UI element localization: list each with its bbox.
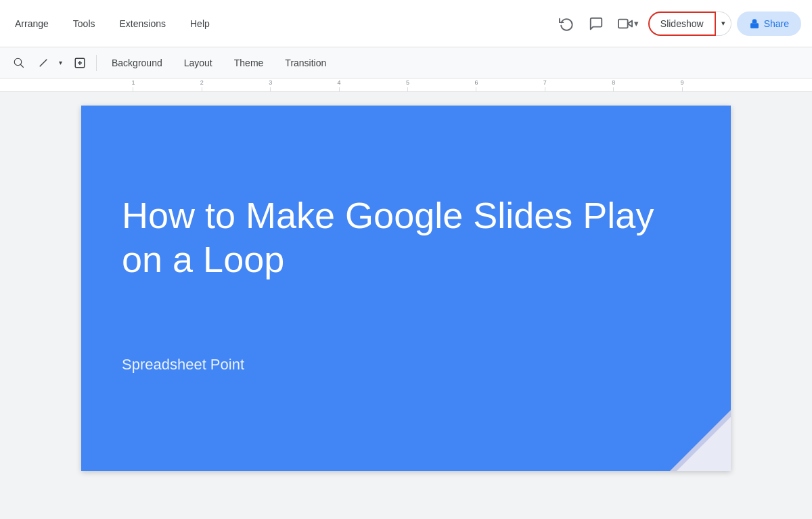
- ruler-tick: 1: [131, 80, 135, 91]
- select-icon: [13, 57, 25, 69]
- slide-subtitle: Spreadsheet Point: [122, 356, 244, 374]
- line-tool-group: ▾: [32, 52, 66, 74]
- toolbar: ▾ Background Layout Theme Transition: [0, 47, 812, 78]
- select-tool-button[interactable]: [8, 52, 30, 74]
- slideshow-chevron-icon: ▾: [721, 19, 725, 28]
- slide: How to Make Google Slides Play on a Loop…: [81, 106, 731, 471]
- transition-button[interactable]: Transition: [275, 52, 336, 74]
- menu-bar: Arrange Tools Extensions Help: [11, 16, 214, 32]
- history-button[interactable]: [554, 12, 579, 36]
- corner-fold-overlay: [677, 417, 731, 471]
- line-dropdown-icon: ▾: [59, 59, 62, 66]
- menu-help[interactable]: Help: [186, 16, 214, 32]
- svg-line-5: [40, 59, 47, 66]
- ruler-tick: 7: [543, 80, 547, 91]
- ruler: 123456789: [0, 78, 812, 92]
- comment-icon: [589, 16, 604, 31]
- top-bar-actions: ▾ Slideshow ▾ Share: [554, 12, 801, 36]
- theme-button[interactable]: Theme: [225, 52, 273, 74]
- insert-icon: [74, 57, 86, 69]
- ruler-tick: 2: [200, 80, 204, 91]
- ruler-tick: 8: [612, 80, 615, 91]
- line-tool-button[interactable]: [32, 52, 54, 74]
- ruler-tick: 4: [338, 80, 341, 91]
- ruler-tick: 9: [681, 80, 684, 91]
- menu-tools[interactable]: Tools: [69, 16, 99, 32]
- slideshow-button-group: Slideshow ▾: [648, 12, 731, 36]
- comment-button[interactable]: [584, 12, 608, 36]
- main-content: How to Make Google Slides Play on a Loop…: [0, 92, 812, 519]
- corner-fold: [670, 410, 731, 471]
- slide-area[interactable]: How to Make Google Slides Play on a Loop…: [0, 92, 812, 519]
- ruler-tick: 3: [269, 80, 272, 91]
- slide-title: How to Make Google Slides Play on a Loop: [122, 194, 677, 281]
- menu-extensions[interactable]: Extensions: [116, 16, 170, 32]
- background-button[interactable]: Background: [102, 52, 172, 74]
- layout-button[interactable]: Layout: [175, 52, 222, 74]
- svg-line-4: [20, 64, 24, 68]
- camera-dropdown-icon: ▾: [634, 18, 639, 28]
- menu-arrange[interactable]: Arrange: [11, 16, 53, 32]
- line-tool-dropdown[interactable]: ▾: [54, 52, 66, 74]
- top-bar: Arrange Tools Extensions Help ▾: [0, 0, 812, 47]
- insert-button[interactable]: [69, 52, 91, 74]
- line-icon: [37, 57, 49, 69]
- svg-rect-2: [750, 23, 759, 28]
- camera-icon: [618, 16, 633, 31]
- toolbar-separator-1: [96, 55, 97, 71]
- slideshow-button[interactable]: Slideshow: [648, 12, 716, 36]
- svg-marker-0: [627, 20, 631, 26]
- share-button[interactable]: Share: [737, 12, 801, 36]
- share-label: Share: [764, 18, 789, 29]
- svg-rect-1: [618, 19, 628, 28]
- ruler-tick: 5: [406, 80, 409, 91]
- slideshow-dropdown-button[interactable]: ▾: [716, 12, 731, 36]
- ruler-tick: 6: [474, 80, 478, 91]
- slide-wrapper: How to Make Google Slides Play on a Loop…: [81, 106, 731, 471]
- history-icon: [559, 16, 574, 31]
- meet-button[interactable]: ▾: [614, 14, 643, 34]
- svg-point-3: [14, 58, 22, 66]
- lock-icon: [749, 18, 760, 29]
